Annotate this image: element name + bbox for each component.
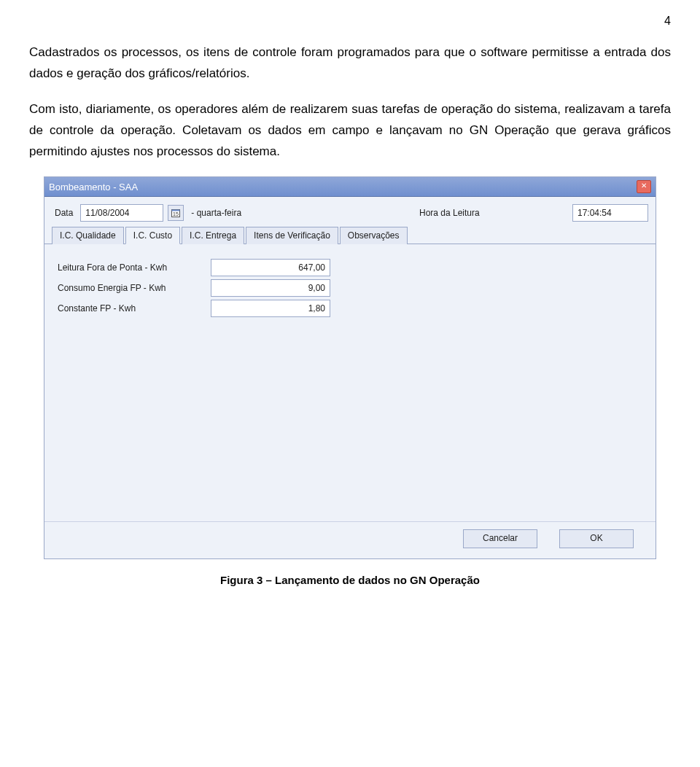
tab-qualidade[interactable]: I.C. Qualidade <box>52 227 124 244</box>
titlebar: Bombeamento - SAA ✕ <box>44 177 656 197</box>
tab-observacoes[interactable]: Observações <box>340 227 408 244</box>
window-bombeamento: Bombeamento - SAA ✕ Data 11/08/2004 15 -… <box>44 176 656 559</box>
field-value-2[interactable]: 1,80 <box>211 300 330 317</box>
tab-entrega[interactable]: I.C. Entrega <box>182 227 244 244</box>
weekday-label: - quarta-feira <box>188 206 244 219</box>
hora-label: Hora da Leitura <box>416 206 568 219</box>
field-label-1: Consumo Energia FP - Kwh <box>58 283 211 293</box>
svg-text:15: 15 <box>173 211 179 217</box>
calendar-icon[interactable]: 15 <box>168 205 184 221</box>
paragraph-1: Cadastrados os processos, os itens de co… <box>29 42 671 85</box>
field-row-0: Leitura Fora de Ponta - Kwh 647,00 <box>58 259 642 276</box>
page-number: 4 <box>29 15 671 28</box>
field-row-2: Constante FP - Kwh 1,80 <box>58 300 642 317</box>
field-label-0: Leitura Fora de Ponta - Kwh <box>58 262 211 273</box>
tab-custo[interactable]: I.C. Custo <box>125 227 180 244</box>
bottom-bar: Cancelar OK <box>44 521 656 558</box>
hora-input[interactable]: 17:04:54 <box>572 204 648 222</box>
hora-field-group: Hora da Leitura 17:04:54 <box>416 204 648 222</box>
tab-body: Leitura Fora de Ponta - Kwh 647,00 Consu… <box>44 244 656 521</box>
data-label: Data <box>52 206 76 219</box>
field-label-2: Constante FP - Kwh <box>58 303 211 314</box>
window-title: Bombeamento - SAA <box>49 182 138 192</box>
figure-caption: Figura 3 – Lançamento de dados no GN Ope… <box>29 574 671 586</box>
paragraph-2: Com isto, diariamente, os operadores alé… <box>29 99 671 163</box>
field-value-0[interactable]: 647,00 <box>211 259 330 276</box>
field-value-1[interactable]: 9,00 <box>211 279 330 297</box>
tab-bar: I.C. Qualidade I.C. Custo I.C. Entrega I… <box>44 226 656 244</box>
field-row-1: Consumo Energia FP - Kwh 9,00 <box>58 279 642 297</box>
ok-button[interactable]: OK <box>559 529 634 548</box>
data-input[interactable]: 11/08/2004 <box>80 204 163 222</box>
cancel-button[interactable]: Cancelar <box>463 529 537 548</box>
data-field-group: Data 11/08/2004 15 - quarta-feira <box>52 204 244 222</box>
tab-verificacao[interactable]: Itens de Verificação <box>246 227 338 244</box>
top-row: Data 11/08/2004 15 - quarta-feira Hora d… <box>44 197 656 226</box>
close-icon[interactable]: ✕ <box>637 180 651 193</box>
